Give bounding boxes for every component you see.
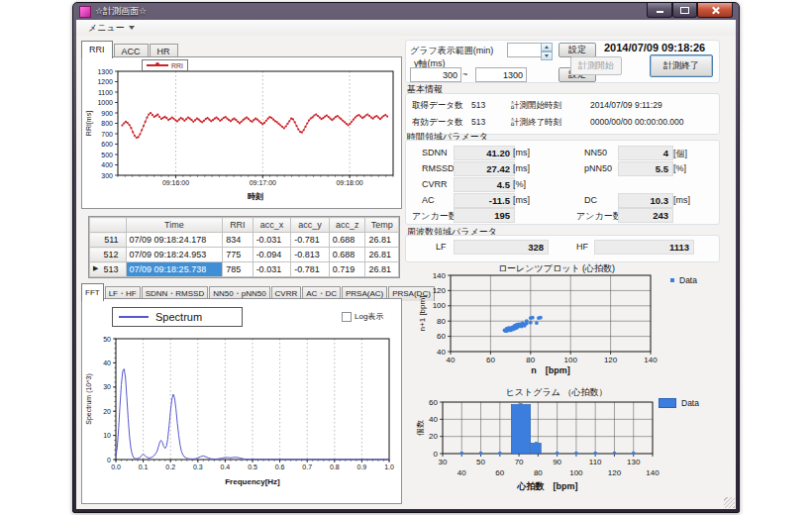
column-header-rri[interactable]: RRI [223,218,253,233]
svg-text:0.2: 0.2 [165,464,175,470]
svg-text:120: 120 [433,286,447,295]
svg-text:300: 300 [101,172,113,179]
info-label: 取得データ数 [412,100,462,112]
svg-text:RRI[ms]: RRI[ms] [85,111,93,136]
cell-rri[interactable]: 834 [223,233,253,248]
param-field: 27.42 [454,161,515,176]
stop-measure-button[interactable]: 計測終了 [650,54,713,77]
svg-text:110: 110 [589,458,602,466]
maximize-button[interactable] [672,3,697,18]
cell-acc_y[interactable]: -0.781 [291,233,330,248]
spectrum-legend-label: Spectrum [155,311,202,323]
start-measure-button[interactable]: 計測開始 [570,56,622,75]
cell-time[interactable]: 07/09 09:18:25.738 [126,262,223,277]
lorenz-legend: Data [670,275,697,285]
svg-text:60: 60 [486,356,495,364]
column-header-time[interactable]: Time [126,218,223,233]
cell-rri[interactable]: 785 [223,262,253,277]
svg-text:0.1: 0.1 [139,464,149,470]
cell-acc_x[interactable]: -0.094 [253,248,291,262]
cell-acc_y[interactable]: -0.781 [291,262,330,277]
table-row[interactable]: 51107/09 09:18:24.178834-0.031-0.7810.68… [90,233,399,248]
graph-range-label: グラフ表示範囲(min) [410,45,493,57]
svg-text:20: 20 [103,408,111,415]
cell-acc_x[interactable]: -0.031 [253,262,291,277]
cell-acc_y[interactable]: -0.813 [291,248,330,262]
column-header-temp[interactable]: Temp [365,218,399,233]
cell-rri[interactable]: 775 [223,248,253,262]
current-row-arrow-icon: ▶ [93,264,98,272]
table-row[interactable]: 51207/09 09:18:24.953775-0.094-0.8130.68… [90,248,399,262]
row-header[interactable]: 512 [90,248,127,262]
svg-text:50: 50 [103,336,111,343]
param-label-アンカー数: アンカー数 [412,210,457,223]
svg-text:100: 100 [433,301,447,310]
rri-legend-label: RRI [171,62,183,69]
svg-text:10: 10 [103,432,111,439]
histogram-legend-label: Data [681,398,699,408]
svg-text:0: 0 [107,457,111,464]
cell-time[interactable]: 07/09 09:18:24.178 [126,233,223,248]
param-unit: [個] [673,148,687,160]
param-label-CVRR: CVRR [422,179,448,189]
info-label: 計測終了時刻 [511,117,561,129]
close-button[interactable] [697,3,733,18]
tab-fft[interactable]: FFT [81,283,104,301]
svg-text:n [bpm]: n [bpm] [531,365,570,375]
spinner-down-icon[interactable] [541,52,553,60]
svg-text:70: 70 [515,458,524,466]
table-header-row: TimeRRIacc_xacc_yacc_zTemp [90,218,399,233]
log-display-checkbox[interactable]: Log表示 [342,311,383,322]
svg-text:0.6: 0.6 [275,464,285,470]
ymax-input[interactable] [475,67,527,82]
cell-acc_x[interactable]: -0.031 [253,233,291,248]
cell-temp[interactable]: 26.81 [365,233,399,248]
info-value: 2014/07/09 9:11:29 [590,100,662,110]
cell-time[interactable]: 07/09 09:18:24.953 [126,248,223,262]
svg-text:100: 100 [569,468,583,477]
rri-line-chart: 300400500600700800900100011001200130009:… [82,57,401,212]
svg-text:400: 400 [101,161,113,168]
cell-acc_z[interactable]: 0.688 [329,248,365,262]
param-field: 4.5 [454,177,515,192]
svg-text:時刻: 時刻 [248,191,263,201]
cell-acc_z[interactable]: 0.688 [329,233,365,248]
minimize-button[interactable] [647,3,672,18]
table-corner-cell [90,218,127,233]
param-field: 41.20 [454,146,515,160]
svg-text:90: 90 [553,458,561,466]
column-header-acc_z[interactable]: acc_z [329,218,365,233]
maximize-icon [680,7,689,14]
svg-text:140: 140 [644,356,658,364]
cell-temp[interactable]: 26.81 [365,248,399,262]
lorenz-scatter-chart: 406080100120140406080100120140n [bpm]n+1… [413,270,710,385]
spectrum-legend-line-icon [119,316,149,318]
menu-button[interactable]: メニュー [82,21,141,35]
graph-range-spinner [541,43,553,60]
table-row[interactable]: ▶51307/09 09:18:25.738785-0.031-0.7810.7… [90,262,399,277]
row-header[interactable]: 511 [90,233,127,248]
cell-acc_z[interactable]: 0.719 [329,262,365,277]
ymin-input[interactable] [410,67,461,82]
spinner-up-icon[interactable] [541,43,553,52]
window-title: ☆計測画面☆ [95,5,147,18]
row-header[interactable]: ▶513 [90,262,127,277]
column-header-acc_x[interactable]: acc_x [253,218,291,233]
lf-field: 328 [454,240,549,255]
cell-temp[interactable]: 26.81 [365,262,399,277]
close-icon [711,6,719,14]
resize-grip[interactable] [724,497,735,508]
tab-rri[interactable]: RRI [81,41,113,58]
rri-chart-legend: RRI [142,59,188,71]
svg-text:120: 120 [608,468,622,477]
titlebar[interactable]: ☆計測画面☆ [73,3,739,20]
spectrum-line-chart: 010203040500.00.10.20.30.40.50.60.70.80.… [82,331,401,505]
column-header-acc_y[interactable]: acc_y [291,218,330,233]
set-range-button[interactable]: 設定 [558,43,596,57]
graph-range-input[interactable] [507,43,545,57]
app-icon [79,6,91,18]
param-field: 4 [618,146,673,160]
info-label: 有効データ数 [412,117,462,129]
spectrum-legend: Spectrum [112,307,243,327]
hf-field: 1113 [594,240,694,255]
